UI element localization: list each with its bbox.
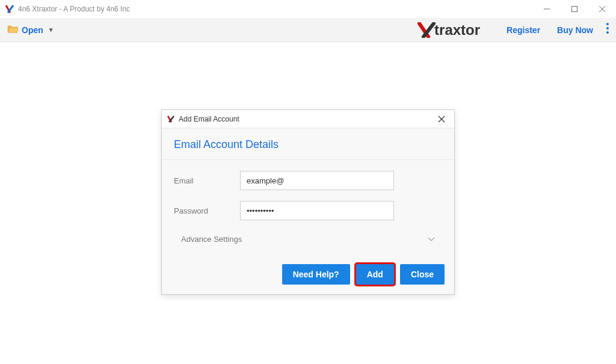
dialog-footer: Need Help? Add Close: [162, 258, 454, 294]
window-titlebar: 4n6 Xtraxtor - A Product by 4n6 Inc: [0, 0, 616, 18]
dialog-title: Add Email Account: [179, 115, 239, 123]
buy-now-link[interactable]: Buy Now: [557, 25, 593, 35]
email-input[interactable]: [240, 171, 394, 190]
main-toolbar: Open ▼ traxtor Register Buy Now: [0, 18, 616, 42]
section-header: Email Account Details: [162, 129, 454, 160]
password-label: Password: [174, 206, 240, 215]
window-title: 4n6 Xtraxtor - A Product by 4n6 Inc: [18, 5, 130, 13]
dialog-logo-icon: [167, 115, 175, 123]
window-controls: [533, 0, 616, 18]
dialog-titlebar: Add Email Account: [162, 110, 454, 128]
password-input[interactable]: [240, 201, 394, 220]
maximize-button[interactable]: [561, 0, 588, 18]
more-menu-button[interactable]: [606, 23, 609, 37]
dialog-close-button[interactable]: [434, 111, 449, 127]
brand-text: traxtor: [434, 22, 480, 39]
svg-point-4: [606, 23, 609, 25]
folder-icon: [7, 25, 18, 35]
chevron-down-icon: [428, 235, 435, 244]
close-button[interactable]: Close: [400, 264, 445, 285]
add-email-account-dialog: Add Email Account Email Account Details …: [161, 110, 455, 295]
advance-settings-label: Advance Settings: [181, 235, 242, 244]
svg-rect-1: [572, 7, 578, 12]
app-logo-icon: [5, 4, 14, 14]
email-label: Email: [174, 176, 240, 185]
minimize-button[interactable]: [533, 0, 561, 18]
dialog-body: Email Account Details Email Password Adv…: [162, 128, 454, 294]
close-window-button[interactable]: [588, 0, 616, 18]
open-menu-button[interactable]: Open ▼: [7, 25, 54, 35]
add-button[interactable]: Add: [356, 264, 394, 285]
brand-logo: traxtor: [417, 22, 480, 39]
open-label: Open: [22, 25, 43, 35]
svg-point-5: [606, 27, 609, 29]
svg-point-6: [606, 31, 609, 34]
advance-settings-toggle[interactable]: Advance Settings: [174, 231, 442, 253]
need-help-button[interactable]: Need Help?: [282, 264, 350, 285]
caret-down-icon: ▼: [48, 26, 54, 33]
register-link[interactable]: Register: [507, 25, 540, 35]
